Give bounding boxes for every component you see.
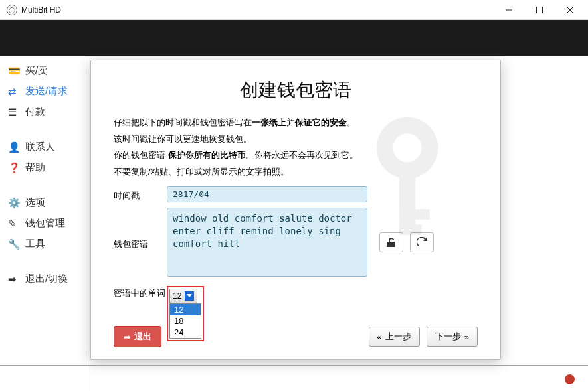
dialog-instructions: 仔细把以下的时间戳和钱包密语写在一张纸上并保证它的安全。 该时间戳让你可以更速地…	[114, 115, 478, 181]
sidebar-item-label: 帮助	[25, 161, 45, 174]
refresh-icon	[417, 237, 427, 248]
refresh-button[interactable]	[410, 232, 434, 252]
unlock-icon	[386, 237, 397, 248]
wordcount-selected-value: 12	[173, 291, 181, 301]
sidebar-item-label: 付款	[25, 106, 45, 118]
sidebar-item-label: 联系人	[25, 141, 55, 153]
window-titlebar: ◯ MultiBit HD	[0, 0, 588, 20]
sidebar-item-label: 退出/切换	[25, 273, 68, 285]
next-button[interactable]: 下一步 »	[427, 327, 478, 347]
prev-button[interactable]: « 上一步	[369, 327, 420, 347]
wordcount-select[interactable]: 12	[169, 289, 197, 303]
timestamp-input[interactable]	[167, 186, 367, 202]
wordcount-option-18[interactable]: 18	[170, 315, 201, 327]
prev-button-label: 上一步	[385, 331, 411, 343]
sidebar-item-send-request[interactable]: ⇄ 发送/请求	[0, 81, 86, 102]
wallet-icon: 💳	[8, 65, 20, 77]
toolbar-blackbar	[0, 20, 588, 56]
edit-icon: ✎	[8, 218, 20, 230]
lock-button[interactable]	[379, 232, 403, 252]
sidebar-item-label: 钱包管理	[25, 217, 65, 230]
list-icon: ☰	[8, 106, 20, 118]
sidebar-item-label: 买/卖	[25, 64, 48, 77]
wordcount-option-12[interactable]: 12	[170, 304, 201, 315]
exit-icon: ➦	[124, 332, 131, 342]
sidebar-item-help[interactable]: ❓ 帮助	[0, 157, 86, 178]
user-icon: 👤	[8, 141, 20, 153]
next-button-label: 下一步	[435, 331, 461, 343]
sidebar-item-payments[interactable]: ☰ 付款	[0, 102, 86, 122]
svg-rect-1	[537, 7, 543, 13]
close-button[interactable]	[555, 0, 585, 20]
help-icon: ❓	[8, 162, 20, 174]
sidebar-item-exit-switch[interactable]: ➡ 退出/切换	[0, 269, 86, 289]
timestamp-label: 时间戳	[114, 186, 167, 202]
status-indicator	[565, 374, 575, 384]
wrench-icon: 🔧	[8, 238, 20, 250]
window-title: MultiBit HD	[21, 5, 61, 15]
sidebar-item-label: 工具	[25, 238, 45, 250]
logout-icon: ➡	[8, 274, 20, 285]
sidebar-item-label: 发送/请求	[25, 85, 68, 98]
chevron-down-icon	[185, 291, 194, 301]
sidebar-item-buy-sell[interactable]: 💳 买/卖	[0, 60, 86, 81]
sidebar-item-wallet-manage[interactable]: ✎ 钱包管理	[0, 213, 86, 234]
exit-button[interactable]: ➦ 退出	[114, 326, 161, 347]
sidebar-item-options[interactable]: ⚙️ 选项	[0, 193, 86, 213]
statusbar-separator	[0, 365, 588, 366]
maximize-button[interactable]	[524, 0, 555, 20]
sidebar-item-label: 选项	[25, 196, 45, 209]
gears-icon: ⚙️	[8, 197, 20, 209]
transfer-icon: ⇄	[8, 86, 20, 98]
wordcount-label: 密语中的单词	[114, 286, 167, 299]
exit-button-label: 退出	[134, 331, 151, 343]
dialog-title: 创建钱包密语	[114, 78, 478, 103]
sidebar-item-tools[interactable]: 🔧 工具	[0, 234, 86, 254]
minimize-button[interactable]	[494, 0, 524, 20]
app-icon: ◯	[7, 5, 17, 15]
seed-label: 钱包密语	[114, 234, 167, 250]
sidebar: 💳 买/卖 ⇄ 发送/请求 ☰ 付款 👤 联系人 ❓ 帮助	[0, 56, 86, 391]
seed-textarea[interactable]	[167, 208, 367, 277]
chevron-right-icon: »	[464, 332, 469, 342]
sidebar-item-contacts[interactable]: 👤 联系人	[0, 137, 86, 157]
chevron-left-icon: «	[377, 332, 382, 342]
create-wallet-seed-dialog: 创建钱包密语 仔细把以下的时间戳和钱包密语写在一张纸上并保证它的安全。 该时间戳…	[90, 60, 501, 360]
